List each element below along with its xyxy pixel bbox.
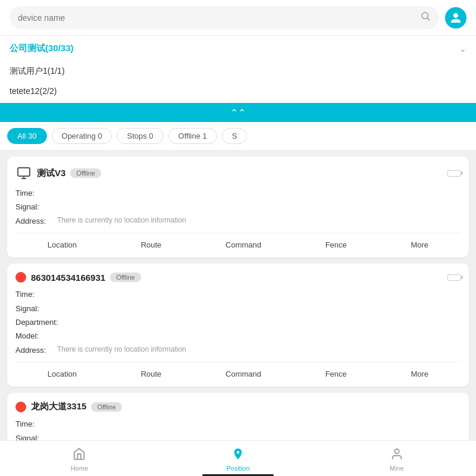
device-1-name-row: 测试V3 Offline: [15, 165, 101, 181]
device-1-header: 测试V3 Offline: [15, 165, 461, 181]
device-2-actions: Location Route Command Fence More: [15, 362, 461, 381]
device-1-status: Offline: [70, 168, 101, 178]
tab-operating[interactable]: Operating 0: [52, 128, 112, 144]
device-1-name: 测试V3: [37, 168, 65, 179]
company-section: 公司测试(30/33) ⌄ 测试用户1(1/1) tetete12(2/2): [0, 36, 476, 103]
device-1-info: Time: Signal: Address: There is currentl…: [15, 186, 461, 228]
device-2-name: 863014534166931: [31, 273, 105, 283]
device-1-route-btn[interactable]: Route: [137, 238, 165, 252]
sub-company-1[interactable]: 测试用户1(1/1): [10, 61, 466, 82]
home-icon: [73, 447, 86, 464]
svg-point-5: [394, 449, 399, 453]
device-2-fence-btn[interactable]: Fence: [322, 367, 350, 381]
company-title: 公司测试(30/33): [10, 43, 74, 54]
device-3-status: Offline: [91, 402, 122, 412]
device-1-signal: Signal:: [15, 200, 461, 214]
device-card-1: 测试V3 Offline Time: Signal:: [7, 156, 469, 258]
device-2-dot: [15, 272, 26, 283]
device-2-signal: Signal:: [15, 302, 461, 315]
svg-rect-2: [18, 168, 30, 176]
collapse-bar[interactable]: ⌃⌃: [0, 103, 476, 122]
company-header[interactable]: 公司测试(30/33) ⌄: [10, 36, 466, 61]
filter-tabs: All 30 Operating 0 Stops 0 Offline 1 S: [0, 122, 476, 151]
device-2-info: Time: Signal: Department: Model: Address…: [15, 287, 461, 357]
avatar-icon[interactable]: [445, 7, 466, 29]
chevron-down-icon: ⌄: [459, 44, 466, 54]
device-3-signal: Signal:: [15, 431, 461, 440]
nav-home[interactable]: Home: [0, 446, 159, 474]
position-label: Position: [226, 465, 249, 472]
collapse-icon: ⌃⌃: [230, 107, 246, 118]
search-bar: [0, 0, 476, 36]
device-2-header: 863014534166931 Offline: [15, 272, 461, 283]
search-input-wrap[interactable]: [10, 6, 439, 29]
device-2-dept: Department:: [15, 315, 461, 329]
app-container: 公司测试(30/33) ⌄ 测试用户1(1/1) tetete12(2/2) ⌃…: [0, 0, 476, 476]
battery-2-icon: [447, 274, 461, 281]
mine-icon: [390, 447, 403, 464]
device-2-route-btn[interactable]: Route: [137, 367, 165, 381]
nav-mine[interactable]: Mine: [317, 446, 476, 474]
tab-offline[interactable]: Offline 1: [168, 128, 217, 144]
device-1-time: Time:: [15, 186, 461, 200]
device-1-more-btn[interactable]: More: [407, 238, 432, 252]
device-2-address: Address: There is currently no location …: [15, 343, 461, 357]
device-2-location-btn[interactable]: Location: [44, 367, 80, 381]
device-3-time: Time:: [15, 417, 461, 431]
svg-point-0: [422, 12, 428, 19]
search-input[interactable]: [18, 13, 415, 23]
device-list: 测试V3 Offline Time: Signal:: [0, 151, 476, 440]
svg-line-1: [427, 18, 429, 20]
device-1-fence-btn[interactable]: Fence: [322, 238, 350, 252]
tab-all[interactable]: All 30: [7, 128, 47, 144]
home-label: Home: [71, 465, 88, 472]
tab-s[interactable]: S: [222, 128, 248, 144]
device-2-command-btn[interactable]: Command: [222, 367, 265, 381]
search-icon: [420, 11, 431, 24]
device-3-info: Time: Signal: Department: sdsd11 Model: …: [15, 417, 461, 440]
device-card-2: 863014534166931 Offline Time: Signal:: [7, 264, 469, 387]
device-2-more-btn[interactable]: More: [407, 367, 432, 381]
battery-1-icon: [447, 170, 461, 177]
device-3-header: 龙岗大道3315 Offline: [15, 401, 461, 412]
device-2-status: Offline: [110, 273, 141, 282]
device-1-command-btn[interactable]: Command: [222, 238, 265, 252]
device-3-name-row: 龙岗大道3315 Offline: [15, 401, 122, 412]
device-1-location-btn[interactable]: Location: [44, 238, 80, 252]
device-card-3: 龙岗大道3315 Offline Time: Signal: Departmen…: [7, 393, 469, 440]
position-icon: [231, 447, 245, 464]
device-1-icon: [15, 165, 32, 181]
device-1-address: Address: There is currently no location …: [15, 214, 461, 228]
device-2-name-row: 863014534166931 Offline: [15, 272, 141, 283]
device-1-actions: Location Route Command Fence More: [15, 233, 461, 252]
tab-stops[interactable]: Stops 0: [117, 128, 163, 144]
device-2-time: Time:: [15, 287, 461, 301]
mine-label: Mine: [390, 465, 404, 472]
device-3-dot: [15, 402, 26, 412]
device-2-model: Model:: [15, 329, 461, 343]
bottom-nav: Home Position Mine: [0, 440, 476, 476]
device-3-name: 龙岗大道3315: [31, 401, 86, 412]
sub-company-2[interactable]: tetete12(2/2): [10, 82, 466, 103]
nav-position[interactable]: Position: [159, 446, 318, 474]
